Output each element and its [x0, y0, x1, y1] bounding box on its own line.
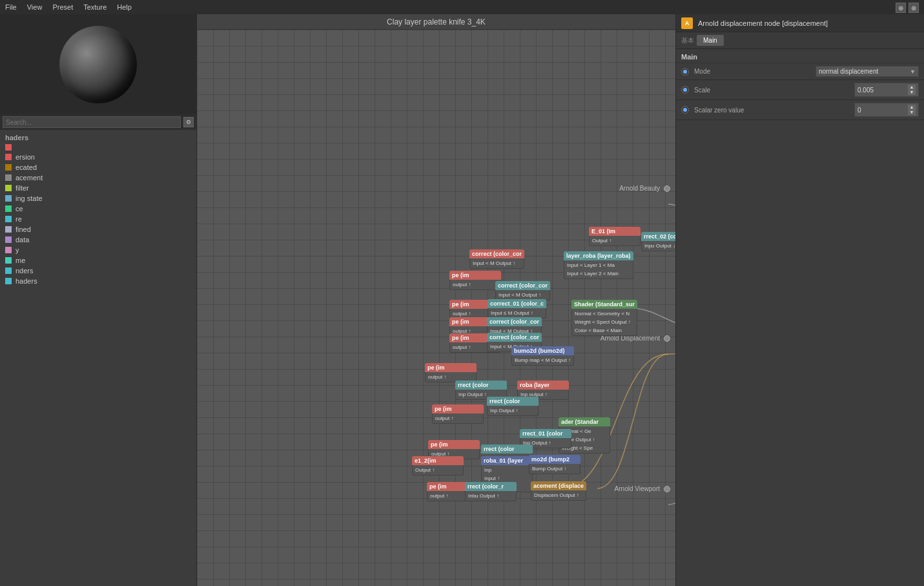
graph-wrapper: Clay layer palette knife 3_4K ⊕ ⊗ Arnold…	[197, 14, 675, 586]
node-n28[interactable]: e1_2(imOutput ↑	[412, 456, 464, 476]
sidebar-item[interactable]: fined	[0, 224, 196, 235]
node-row: Input ≤ M Output ↑	[491, 309, 543, 317]
sidebar-item-label: acement	[15, 174, 43, 182]
node-body: Bump Output ↑	[529, 464, 580, 474]
panel-row-value[interactable]: 0▲▼	[854, 103, 919, 117]
node-n29[interactable]: rrect (color_rInbu Output ↑	[465, 482, 517, 501]
node-header: roba_01 (layer	[481, 456, 533, 465]
menu-item-help[interactable]: Help	[117, 3, 132, 11]
panel-row-label: Scale	[694, 87, 849, 94]
node-row: Inp Output ↑	[490, 406, 535, 415]
panel-row: Scalar zero value0▲▼	[676, 100, 924, 120]
node-row: output ↑	[453, 280, 498, 289]
output-dot	[664, 335, 670, 342]
node-body: Output ↑	[589, 236, 641, 246]
panel-row-value[interactable]: normal displacement▼	[816, 66, 919, 77]
sidebar-item[interactable]	[0, 143, 196, 152]
preview-area	[0, 14, 196, 114]
node-header: rrect_01 (color	[520, 429, 571, 438]
node-n6[interactable]: correct (color_corInput < M Output ↑	[495, 281, 550, 300]
node-n14[interactable]: bumo2d (bumo2d)Bump map < M Output ↑	[511, 346, 574, 366]
sidebar-color-dot	[5, 257, 12, 264]
menu-item-view[interactable]: View	[27, 3, 43, 11]
node-header: rrect (color_r	[465, 482, 517, 491]
sidebar-item[interactable]: nders	[0, 266, 196, 276]
node-n8[interactable]: correct_01 (color_cInput ≤ M Output ↑	[488, 299, 546, 319]
node-n1[interactable]: E_01 (ImOutput ↑	[589, 227, 641, 246]
node-row: output ↑	[435, 414, 480, 423]
menu-item-texture[interactable]: Texture	[83, 3, 107, 11]
node-row: Color < Base < Main	[575, 326, 634, 335]
search-input[interactable]	[3, 116, 181, 128]
node-n3[interactable]: layer_roba (layer_roba)Input < Layer 1 <…	[564, 251, 633, 279]
node-header: Shader (Standard_sur	[571, 300, 637, 309]
node-header: rrect_02 (color	[641, 232, 675, 241]
panel-row-radio[interactable]	[681, 86, 689, 94]
node-header: pe (im	[449, 271, 501, 280]
node-n2[interactable]: rrect_02 (colorInpu Output ↓	[641, 232, 675, 251]
sidebar-item[interactable]: ersion	[0, 152, 196, 162]
node-row: Input < M Output ↑	[498, 291, 547, 299]
sidebar-item-label: ing state	[15, 194, 43, 202]
node-row: Weight < Spect Output ↑	[575, 318, 634, 326]
sidebar-item[interactable]: ecated	[0, 162, 196, 173]
panel-tab-main[interactable]: Main	[697, 35, 724, 46]
sidebar-color-dot	[5, 205, 12, 212]
sidebar-item[interactable]: ce	[0, 204, 196, 214]
output-node: Arnold Viewport	[615, 485, 670, 492]
graph-title-bar: Clay layer palette knife 3_4K ⊕ ⊗	[197, 14, 675, 30]
node-n4[interactable]: correct (color_corInput < M Output ↑	[469, 249, 524, 269]
node-body: Displacem Output ↑	[531, 490, 586, 501]
node-header: correct (color_cor	[469, 249, 524, 258]
output-dot	[664, 486, 670, 492]
sidebar-item[interactable]: haders	[0, 276, 196, 286]
panel-section-title: Main	[676, 49, 924, 63]
panel-tab-basic-label: 基本	[681, 36, 694, 45]
node-header: correct (color_cor	[487, 333, 542, 342]
panel-row-radio[interactable]	[681, 106, 689, 114]
sidebar-list: haders ersionecatedacementfiltering stat…	[0, 130, 196, 586]
node-n9[interactable]: Shader (Standard_surNormal < Geometry < …	[571, 300, 637, 336]
node-header: layer_roba (layer_roba)	[564, 251, 633, 260]
node-row: Normal < Geometry < N	[575, 309, 634, 318]
sidebar-item[interactable]: re	[0, 214, 196, 224]
menu-item-preset[interactable]: Preset	[52, 3, 73, 11]
node-header: roba (layer	[517, 381, 569, 390]
output-node: Arnold Beauty	[619, 185, 670, 192]
panel-row-value[interactable]: 0.005▲▼	[854, 83, 919, 97]
sidebar-section-shaders: haders	[0, 132, 196, 143]
node-n5[interactable]: pe (imoutput ↑	[449, 271, 501, 290]
panel-row-radio[interactable]	[681, 68, 689, 76]
node-header: correct (color_cor	[495, 281, 550, 290]
node-header: rrect (color	[481, 445, 533, 454]
node-n26[interactable]: mo2d (bump2Bump Output ↑	[529, 455, 580, 474]
node-row: Inp	[484, 466, 529, 474]
node-n15[interactable]: pe (imoutput ↑	[425, 363, 477, 382]
sidebar-item[interactable]: filter	[0, 183, 196, 193]
node-row: Bump Output ↑	[532, 465, 577, 473]
sidebar-color-dot	[5, 278, 12, 284]
sidebar-item[interactable]: me	[0, 255, 196, 266]
node-header: e1_2(im	[412, 456, 464, 465]
node-body: Inpu Output ↓	[641, 241, 675, 251]
graph-content[interactable]: Arnold BeautyArnold DisplacementArnold V…	[197, 30, 675, 586]
sidebar-item[interactable]: y	[0, 245, 196, 255]
node-body: Normal < Geometry < NWeight < Spect Outp…	[571, 309, 637, 336]
node-n30[interactable]: acement (displaceDisplacem Output ↑	[531, 481, 586, 501]
node-row: Output ↑	[415, 466, 460, 474]
main-content: ⚙ haders ersionecatedacementfiltering st…	[0, 14, 924, 586]
sidebar-item[interactable]: data	[0, 235, 196, 245]
menu-item-file[interactable]: File	[5, 3, 17, 11]
node-header: correct_01 (color_c	[488, 299, 546, 308]
sidebar-item-label: ce	[15, 205, 23, 213]
search-button[interactable]: ⚙	[183, 117, 194, 127]
node-n20[interactable]: rrect (colorInp Output ↑	[487, 397, 539, 416]
sidebar-item[interactable]: ing state	[0, 193, 196, 204]
search-bar: ⚙	[0, 114, 196, 130]
sidebar-color-dot	[5, 216, 12, 222]
right-panel: A Arnold displacement node [displacement…	[675, 14, 924, 586]
panel-row-label: Mode	[694, 68, 810, 75]
sidebar-item[interactable]: acement	[0, 173, 196, 183]
node-n19[interactable]: pe (imoutput ↑	[432, 404, 484, 424]
sidebar-item-label: ersion	[15, 153, 35, 161]
